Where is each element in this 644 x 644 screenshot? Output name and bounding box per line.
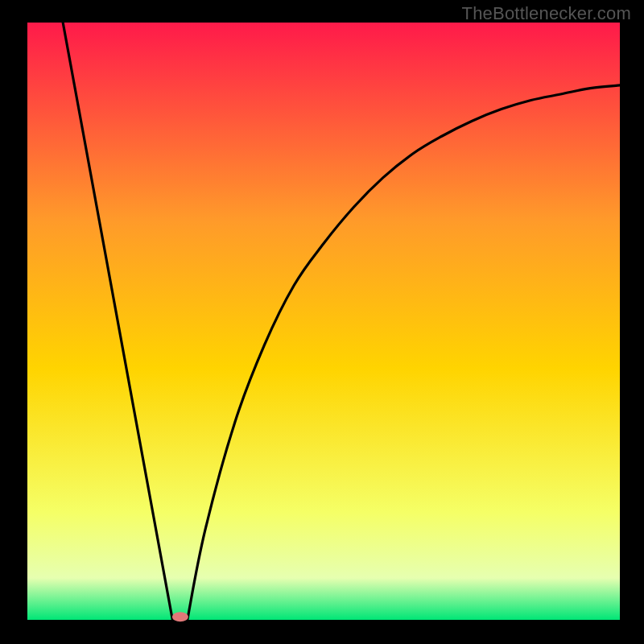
bottleneck-chart bbox=[0, 0, 644, 644]
optimal-marker bbox=[172, 612, 188, 621]
chart-frame: TheBottlenecker.com bbox=[0, 0, 644, 644]
plot-background bbox=[27, 23, 620, 620]
watermark-text: TheBottlenecker.com bbox=[462, 3, 631, 24]
